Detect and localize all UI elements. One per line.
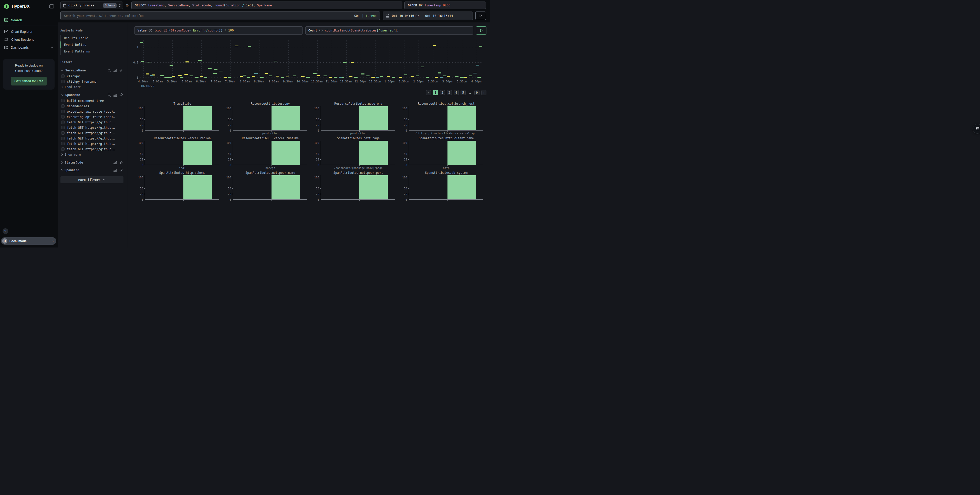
attribute-y-label: 50 [228,187,231,190]
count-expression-input[interactable]: Count countDistinct(SpanAttributes['user… [305,26,474,35]
query-row: ClickPy Traces Schema ⚙ SELECT Timestamp… [60,2,486,9]
chart-icon[interactable] [113,94,117,97]
delta-mark [443,76,447,76]
chevron-down-icon [51,47,54,48]
delta-mark [477,77,481,78]
pagination-next-button[interactable]: › [481,90,487,95]
pagination-page-1[interactable]: 1 [433,90,438,95]
analysis-mode-results-table[interactable]: Results Table [60,35,124,41]
pagination-prev-button[interactable]: ‹ [426,90,431,95]
date-range-picker[interactable]: Oct 10 04:16:14 - Oct 10 16:16:14 [383,11,473,20]
filter-option[interactable]: clickpy-frontend [60,79,124,84]
analysis-mode-event-deltas[interactable]: Event Deltas [60,41,124,48]
get-started-button[interactable]: Get Started for Free [11,77,47,86]
pagination-page-3[interactable]: 3 [447,90,452,95]
filter-option[interactable]: fetch GET https://github.… [60,130,124,136]
active-indicator [60,41,61,48]
value-expression-input[interactable]: Value (countIf(StatusCode='Error')/count… [134,26,303,35]
filter-option[interactable]: build component tree [60,98,124,103]
gear-icon[interactable]: ⚙ [125,3,129,8]
pagination-page-4[interactable]: 4 [453,90,459,95]
attribute-y-tick [232,125,233,125]
attribute-y-label: 50 [140,118,143,121]
attribute-y-tick [408,154,409,154]
checkbox[interactable] [61,110,65,113]
code-token: SELECT [135,3,146,7]
delta-mark [178,75,181,76]
checkbox[interactable] [61,99,65,102]
chart-icon[interactable] [113,169,117,172]
sidebar-item-chart-explorer[interactable]: Chart Explorer [0,27,57,36]
sidebar-item-label: Client Sessions [11,38,34,41]
filter-section-header[interactable]: SpanKind [60,167,124,173]
analysis-mode-list: Results TableEvent DeltasEvent Patterns [60,35,124,55]
attribute-chart: ResourceAttributes.node.env10050250produ… [310,102,399,135]
checkbox[interactable] [61,80,65,83]
delta-mark [146,73,149,75]
attribute-chart-title: TraceState [134,102,223,105]
delta-mark [200,76,203,77]
filter-option[interactable]: dependencies [60,103,124,109]
pin-icon[interactable] [119,68,123,72]
filter-section-header[interactable]: StatusCode [60,159,124,166]
schema-button[interactable]: Schema [103,3,116,8]
load-more-button[interactable]: Load more [60,84,124,90]
attribute-chart-title: ResourceAttributes.node.env [310,102,399,105]
sidebar-item-search[interactable]: Search [0,16,57,24]
delta-mark [150,75,153,76]
source-selector[interactable]: ClickPy Traces Schema [60,2,123,9]
checkbox[interactable] [61,136,65,140]
search-icon[interactable] [108,94,111,97]
filter-option[interactable]: fetch GET https://github.… [60,125,124,130]
sidebar-item-dashboards[interactable]: Dashboards [0,43,57,51]
timeline-plot [140,37,482,78]
filter-option[interactable]: fetch GET https://github.… [60,119,124,125]
filter-section-header[interactable]: SpanName [60,92,124,98]
more-filters-button[interactable]: More filters [60,176,124,183]
checkbox[interactable] [61,115,65,119]
checkbox[interactable] [61,105,65,108]
code-token: , [253,3,257,7]
attribute-y-tick [232,194,233,194]
filter-section-header[interactable]: ServiceName [60,67,124,73]
pagination-page-5[interactable]: 5 [461,90,466,95]
pagination-page-9[interactable]: 9 [474,90,479,95]
filter-option-label: fetch GET https://github.… [67,142,115,146]
sql-toggle[interactable]: SQL [354,14,360,17]
chart-icon[interactable] [113,161,117,164]
select-clause-input[interactable]: SELECT Timestamp, ServiceName, StatusCod… [131,2,402,9]
search-input[interactable]: Search your events w/ Lucene ex. column:… [60,11,380,20]
pin-icon[interactable] [119,93,123,97]
sidebar-collapse-icon[interactable] [49,4,54,8]
local-mode-button[interactable]: U Local mode › [1,237,56,245]
show-more-button[interactable]: Show more [60,152,124,158]
delta-mark [170,65,173,66]
filter-option[interactable]: fetch GET https://github.… [60,141,124,146]
filter-option[interactable]: clickpy [60,73,124,79]
run-analysis-button[interactable] [476,26,487,35]
pagination-page-2[interactable]: 2 [440,90,445,95]
chart-icon[interactable] [113,69,117,72]
lucene-toggle[interactable]: Lucene [366,14,377,17]
checkbox[interactable] [61,148,65,151]
analysis-mode-event-patterns[interactable]: Event Patterns [60,48,124,55]
checkbox[interactable] [61,126,65,129]
checkbox[interactable] [61,121,65,124]
pin-icon[interactable] [119,168,123,172]
sidebar-item-client-sessions[interactable]: Client Sessions [0,36,57,43]
pin-icon[interactable] [119,161,123,164]
delta-mark [416,76,419,76]
checkbox[interactable] [61,75,65,78]
help-button[interactable]: ? [3,228,8,234]
filter-option[interactable]: executing api route (app)… [60,114,124,119]
filter-option[interactable]: fetch GET https://github.… [60,146,124,152]
info-icon [319,29,323,32]
checkbox[interactable] [61,142,65,145]
sidebar: HyperDX SearchChart ExplorerClient Sessi… [0,0,58,248]
search-icon[interactable] [108,69,111,72]
checkbox[interactable] [61,131,65,135]
order-by-input[interactable]: ORDER BY Timestamp DESC [404,2,486,9]
filter-option[interactable]: executing api route (app)… [60,109,124,114]
run-search-button[interactable] [476,11,486,20]
filter-option[interactable]: fetch GET https://github.… [60,136,124,141]
